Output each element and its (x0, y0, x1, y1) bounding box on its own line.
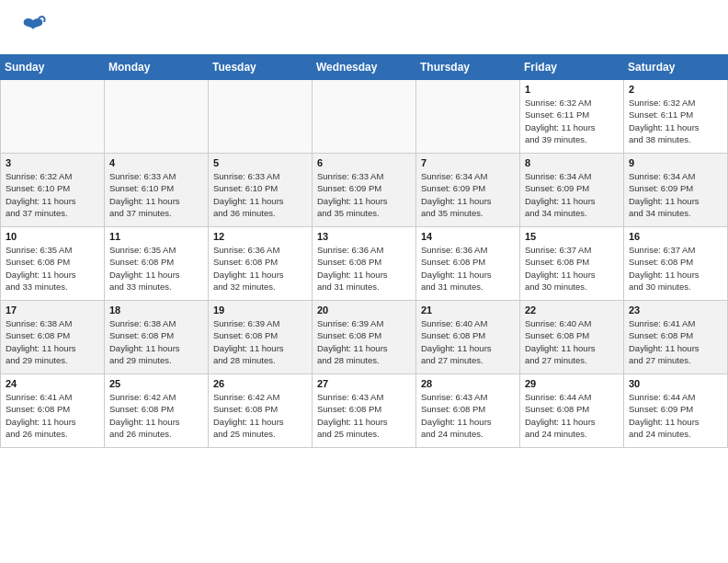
day-info: Sunrise: 6:39 AMSunset: 6:08 PMDaylight:… (317, 317, 411, 366)
calendar-cell: 13Sunrise: 6:36 AMSunset: 6:08 PMDayligh… (313, 227, 416, 301)
day-info: Sunrise: 6:42 AMSunset: 6:08 PMDaylight:… (213, 391, 307, 440)
calendar-cell (209, 80, 313, 154)
calendar-week-1: 1Sunrise: 6:32 AMSunset: 6:11 PMDaylight… (1, 80, 728, 154)
day-number: 23 (629, 304, 722, 316)
day-number: 28 (421, 378, 515, 389)
day-info: Sunrise: 6:44 AMSunset: 6:09 PMDaylight:… (629, 391, 722, 440)
weekday-header-sunday: Sunday (1, 55, 105, 80)
day-info: Sunrise: 6:36 AMSunset: 6:08 PMDaylight:… (421, 244, 515, 293)
calendar-cell: 9Sunrise: 6:34 AMSunset: 6:09 PMDaylight… (624, 154, 728, 227)
day-number: 11 (109, 231, 203, 242)
day-info: Sunrise: 6:33 AMSunset: 6:09 PMDaylight:… (317, 170, 411, 219)
calendar-cell (1, 80, 105, 154)
calendar-cell: 5Sunrise: 6:33 AMSunset: 6:10 PMDaylight… (209, 154, 313, 227)
calendar-cell: 2Sunrise: 6:32 AMSunset: 6:11 PMDaylight… (624, 80, 728, 154)
calendar-cell: 10Sunrise: 6:35 AMSunset: 6:08 PMDayligh… (1, 227, 105, 301)
weekday-header-monday: Monday (105, 55, 209, 80)
calendar-cell: 1Sunrise: 6:32 AMSunset: 6:11 PMDaylight… (520, 80, 624, 154)
day-number: 15 (525, 231, 619, 242)
day-info: Sunrise: 6:34 AMSunset: 6:09 PMDaylight:… (421, 170, 515, 219)
day-number: 6 (317, 157, 411, 168)
day-number: 24 (6, 378, 99, 389)
calendar-cell: 24Sunrise: 6:41 AMSunset: 6:08 PMDayligh… (1, 374, 105, 448)
calendar-cell (313, 80, 416, 154)
day-number: 9 (629, 157, 722, 168)
calendar-cell (416, 80, 520, 154)
logo (18, 15, 46, 47)
calendar-cell: 27Sunrise: 6:43 AMSunset: 6:08 PMDayligh… (313, 374, 416, 448)
day-number: 25 (109, 378, 203, 389)
calendar-cell: 15Sunrise: 6:37 AMSunset: 6:08 PMDayligh… (520, 227, 624, 301)
calendar-cell: 8Sunrise: 6:34 AMSunset: 6:09 PMDaylight… (520, 154, 624, 227)
calendar-cell: 20Sunrise: 6:39 AMSunset: 6:08 PMDayligh… (313, 301, 416, 374)
day-info: Sunrise: 6:36 AMSunset: 6:08 PMDaylight:… (317, 244, 411, 293)
day-info: Sunrise: 6:36 AMSunset: 6:08 PMDaylight:… (213, 244, 307, 293)
day-number: 29 (525, 378, 619, 389)
day-number: 16 (629, 231, 722, 242)
calendar-week-2: 3Sunrise: 6:32 AMSunset: 6:10 PMDaylight… (1, 154, 728, 227)
day-number: 30 (629, 378, 722, 389)
calendar-cell (105, 80, 209, 154)
day-number: 5 (213, 157, 307, 168)
weekday-header-thursday: Thursday (416, 55, 520, 80)
day-info: Sunrise: 6:34 AMSunset: 6:09 PMDaylight:… (525, 170, 619, 219)
day-number: 17 (6, 304, 99, 316)
day-info: Sunrise: 6:40 AMSunset: 6:08 PMDaylight:… (421, 317, 515, 366)
day-info: Sunrise: 6:35 AMSunset: 6:08 PMDaylight:… (109, 244, 203, 293)
weekday-header-row: SundayMondayTuesdayWednesdayThursdayFrid… (1, 55, 728, 80)
day-info: Sunrise: 6:39 AMSunset: 6:08 PMDaylight:… (213, 317, 307, 366)
day-number: 10 (6, 231, 99, 242)
day-number: 3 (6, 157, 99, 168)
calendar-week-5: 24Sunrise: 6:41 AMSunset: 6:08 PMDayligh… (1, 374, 728, 448)
day-number: 21 (421, 304, 515, 316)
logo-bird-icon (20, 15, 46, 47)
day-number: 13 (317, 231, 411, 242)
day-number: 1 (525, 84, 619, 95)
calendar-cell: 17Sunrise: 6:38 AMSunset: 6:08 PMDayligh… (1, 301, 105, 374)
calendar-cell: 25Sunrise: 6:42 AMSunset: 6:08 PMDayligh… (105, 374, 209, 448)
calendar-cell: 23Sunrise: 6:41 AMSunset: 6:08 PMDayligh… (624, 301, 728, 374)
day-number: 14 (421, 231, 515, 242)
day-number: 18 (109, 304, 203, 316)
page-header (0, 0, 728, 54)
day-number: 8 (525, 157, 619, 168)
calendar-cell: 28Sunrise: 6:43 AMSunset: 6:08 PMDayligh… (416, 374, 520, 448)
day-number: 26 (213, 378, 307, 389)
calendar-cell: 14Sunrise: 6:36 AMSunset: 6:08 PMDayligh… (416, 227, 520, 301)
day-info: Sunrise: 6:32 AMSunset: 6:10 PMDaylight:… (6, 170, 99, 219)
day-number: 22 (525, 304, 619, 316)
day-info: Sunrise: 6:35 AMSunset: 6:08 PMDaylight:… (6, 244, 99, 293)
calendar-cell: 29Sunrise: 6:44 AMSunset: 6:08 PMDayligh… (520, 374, 624, 448)
day-info: Sunrise: 6:38 AMSunset: 6:08 PMDaylight:… (6, 317, 99, 366)
calendar-cell: 21Sunrise: 6:40 AMSunset: 6:08 PMDayligh… (416, 301, 520, 374)
day-info: Sunrise: 6:41 AMSunset: 6:08 PMDaylight:… (629, 317, 722, 366)
calendar-cell: 26Sunrise: 6:42 AMSunset: 6:08 PMDayligh… (209, 374, 313, 448)
calendar-cell: 30Sunrise: 6:44 AMSunset: 6:09 PMDayligh… (624, 374, 728, 448)
day-info: Sunrise: 6:40 AMSunset: 6:08 PMDaylight:… (525, 317, 619, 366)
day-info: Sunrise: 6:38 AMSunset: 6:08 PMDaylight:… (109, 317, 203, 366)
day-number: 12 (213, 231, 307, 242)
day-info: Sunrise: 6:43 AMSunset: 6:08 PMDaylight:… (317, 391, 411, 440)
calendar-cell: 3Sunrise: 6:32 AMSunset: 6:10 PMDaylight… (1, 154, 105, 227)
day-info: Sunrise: 6:32 AMSunset: 6:11 PMDaylight:… (629, 97, 722, 145)
calendar-cell: 4Sunrise: 6:33 AMSunset: 6:10 PMDaylight… (105, 154, 209, 227)
day-info: Sunrise: 6:42 AMSunset: 6:08 PMDaylight:… (109, 391, 203, 440)
day-number: 19 (213, 304, 307, 316)
day-number: 20 (317, 304, 411, 316)
day-number: 27 (317, 378, 411, 389)
calendar-cell: 22Sunrise: 6:40 AMSunset: 6:08 PMDayligh… (520, 301, 624, 374)
day-number: 7 (421, 157, 515, 168)
day-info: Sunrise: 6:44 AMSunset: 6:08 PMDaylight:… (525, 391, 619, 440)
calendar-cell: 11Sunrise: 6:35 AMSunset: 6:08 PMDayligh… (105, 227, 209, 301)
calendar-week-3: 10Sunrise: 6:35 AMSunset: 6:08 PMDayligh… (1, 227, 728, 301)
day-info: Sunrise: 6:37 AMSunset: 6:08 PMDaylight:… (629, 244, 722, 293)
calendar-cell: 16Sunrise: 6:37 AMSunset: 6:08 PMDayligh… (624, 227, 728, 301)
calendar-week-4: 17Sunrise: 6:38 AMSunset: 6:08 PMDayligh… (1, 301, 728, 374)
calendar-cell: 12Sunrise: 6:36 AMSunset: 6:08 PMDayligh… (209, 227, 313, 301)
calendar-cell: 7Sunrise: 6:34 AMSunset: 6:09 PMDaylight… (416, 154, 520, 227)
day-info: Sunrise: 6:33 AMSunset: 6:10 PMDaylight:… (213, 170, 307, 219)
weekday-header-friday: Friday (520, 55, 624, 80)
day-info: Sunrise: 6:33 AMSunset: 6:10 PMDaylight:… (109, 170, 203, 219)
calendar-table: SundayMondayTuesdayWednesdayThursdayFrid… (0, 54, 728, 448)
calendar-cell: 18Sunrise: 6:38 AMSunset: 6:08 PMDayligh… (105, 301, 209, 374)
